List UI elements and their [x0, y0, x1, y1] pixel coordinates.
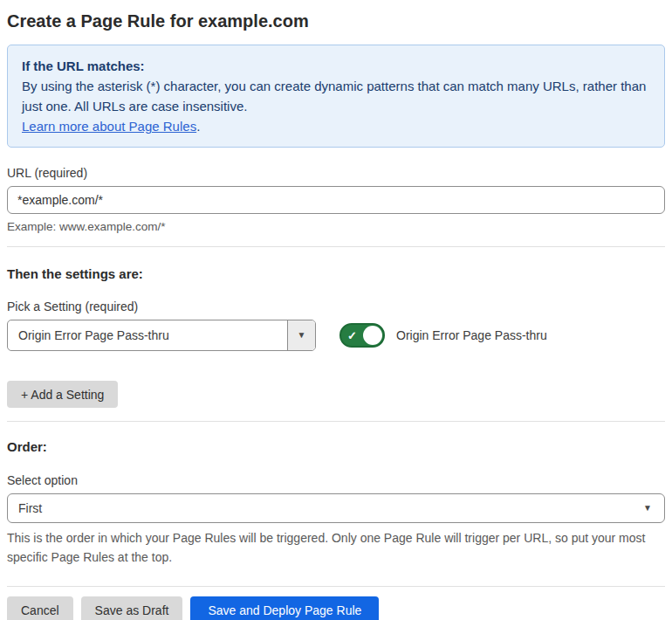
pick-setting-label: Pick a Setting (required)	[7, 300, 665, 313]
setting-toggle-label: Origin Error Page Pass-thru	[396, 328, 547, 342]
url-match-info-box: If the URL matches: By using the asteris…	[7, 45, 665, 148]
info-box-heading: If the URL matches:	[22, 56, 650, 76]
learn-more-link[interactable]: Learn more about Page Rules	[22, 119, 196, 134]
link-suffix: .	[196, 119, 200, 134]
save-and-deploy-button[interactable]: Save and Deploy Page Rule	[190, 596, 379, 620]
settings-section-heading: Then the settings are:	[7, 266, 665, 282]
url-input[interactable]	[7, 186, 665, 214]
chevron-down-icon: ▼	[298, 331, 306, 340]
order-helper-text: This is the order in which your Page Rul…	[7, 528, 665, 567]
divider	[7, 421, 665, 422]
url-field-label: URL (required)	[7, 166, 665, 180]
order-select-value: First	[18, 501, 643, 515]
add-setting-button[interactable]: + Add a Setting	[7, 381, 118, 408]
setting-row: Origin Error Page Pass-thru ▼ ✓ Origin E…	[7, 320, 665, 351]
check-icon: ✓	[347, 330, 357, 341]
footer-buttons: Cancel Save as Draft Save and Deploy Pag…	[7, 596, 665, 620]
order-section-heading: Order:	[7, 439, 665, 455]
setting-dropdown-value: Origin Error Page Pass-thru	[8, 320, 287, 350]
setting-dropdown[interactable]: Origin Error Page Pass-thru ▼	[7, 320, 316, 351]
url-example-helper: Example: www.example.com/*	[7, 220, 665, 234]
chevron-down-icon: ▼	[643, 504, 652, 513]
order-select-label: Select option	[7, 473, 665, 487]
cancel-button[interactable]: Cancel	[7, 596, 73, 620]
order-select[interactable]: First ▼	[7, 493, 665, 523]
divider	[7, 586, 665, 587]
save-as-draft-button[interactable]: Save as Draft	[81, 596, 183, 620]
setting-dropdown-arrow-button[interactable]: ▼	[287, 320, 315, 350]
divider	[7, 246, 665, 247]
info-box-body: By using the asterisk (*) character, you…	[22, 76, 650, 116]
page-title: Create a Page Rule for example.com	[7, 10, 665, 31]
info-box-link-line: Learn more about Page Rules.	[22, 116, 650, 136]
setting-toggle[interactable]: ✓	[339, 323, 385, 348]
toggle-knob	[363, 326, 382, 345]
